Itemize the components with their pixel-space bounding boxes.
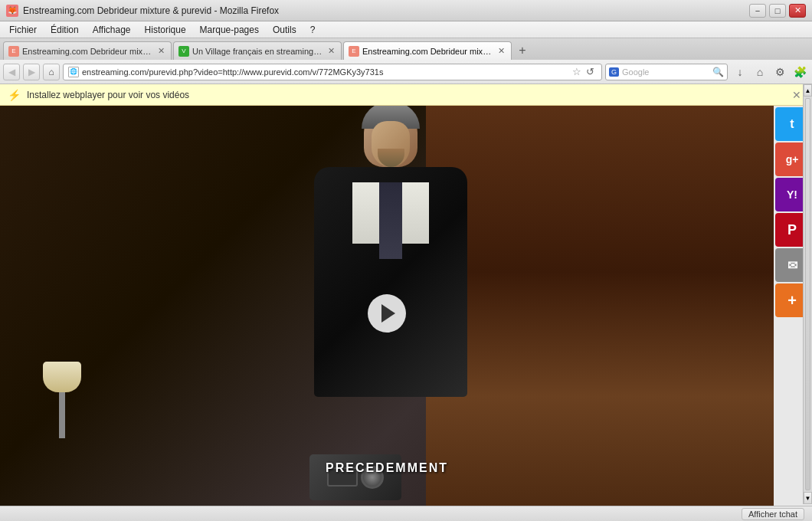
menu-fichier[interactable]: Fichier <box>3 23 43 37</box>
tab-favicon-0: E <box>8 46 19 57</box>
firefox-icon: 🦊 <box>6 5 18 17</box>
chat-button[interactable]: Afficher tchat <box>742 508 804 520</box>
notification-text: Installez webplayer pour voir vos vidéos <box>27 90 189 100</box>
tab-favicon-2: E <box>349 46 359 57</box>
tab-bar: E Enstreaming.com Debrideur mixture ... … <box>0 38 812 60</box>
settings-icon[interactable]: ⚙ <box>771 63 789 81</box>
menu-marquepages[interactable]: Marque-pages <box>194 23 265 37</box>
extension-icon[interactable]: 🧩 <box>791 63 809 81</box>
lamp-base <box>59 392 65 438</box>
scrollbar[interactable]: ▲ ▼ <box>803 84 812 504</box>
notification-icon: ⚡ <box>8 89 21 101</box>
googleplus-icon: g+ <box>786 153 799 165</box>
download-icon[interactable]: ↓ <box>731 63 749 81</box>
add-icon: + <box>787 292 797 310</box>
lamp-shade <box>43 362 81 392</box>
notification-bar: ⚡ Installez webplayer pour voir vos vidé… <box>0 84 812 106</box>
mail-icon: ✉ <box>787 258 797 273</box>
site-favicon: 🌐 <box>68 67 79 77</box>
content-area: PRECEDEMMENT ▶ 00:03 46:55 🔊 <box>0 106 774 521</box>
play-button[interactable] <box>368 294 406 333</box>
person-face <box>372 121 410 167</box>
address-bar: ◀ ▶ ⌂ 🌐 enstreaming.com/purevid.php?vide… <box>0 60 812 84</box>
menu-outils[interactable]: Outils <box>267 23 303 37</box>
tab-label-2: Enstreaming.com Debrideur mixture ... <box>362 47 493 56</box>
search-input[interactable]: Google <box>622 67 709 77</box>
video-still: PRECEDEMMENT <box>0 106 774 521</box>
forward-button[interactable]: ▶ <box>23 64 40 80</box>
search-bar[interactable]: G Google 🔍 <box>605 64 728 80</box>
play-triangle-icon <box>381 304 395 323</box>
minimize-button[interactable]: − <box>749 4 766 18</box>
scroll-thumb[interactable] <box>805 98 810 490</box>
bookmark-star-icon[interactable]: ☆ <box>572 66 581 77</box>
maximize-button[interactable]: □ <box>769 4 786 18</box>
yahoo-icon: Y! <box>787 188 797 201</box>
tab-close-1[interactable]: ✕ <box>326 46 336 57</box>
search-go-button[interactable]: 🔍 <box>712 67 724 77</box>
pinterest-icon: P <box>787 222 797 238</box>
menu-help[interactable]: ? <box>304 23 322 37</box>
toolbar-icons: ↓ ⌂ ⚙ 🧩 <box>731 63 809 81</box>
title-bar: 🦊 Enstreaming.com Debrideur mixture & pu… <box>0 0 812 21</box>
home-button[interactable]: ⌂ <box>43 64 60 80</box>
home-icon[interactable]: ⌂ <box>751 63 769 81</box>
back-button[interactable]: ◀ <box>3 64 20 80</box>
window-controls[interactable]: − □ ✕ <box>749 4 806 18</box>
video-frame[interactable]: PRECEDEMMENT ▶ 00:03 46:55 🔊 <box>0 106 774 521</box>
tab-close-0[interactable]: ✕ <box>156 46 166 57</box>
person-body <box>314 167 467 397</box>
lamp-decoration <box>39 362 85 438</box>
scroll-up-button[interactable]: ▲ <box>804 84 812 97</box>
tab-favicon-1: V <box>178 46 189 57</box>
tab-label-1: Un Village français en streaming - Dp... <box>192 47 323 56</box>
close-button[interactable]: ✕ <box>789 4 806 18</box>
title-bar-left: 🦊 Enstreaming.com Debrideur mixture & pu… <box>6 5 279 17</box>
url-text: enstreaming.com/purevid.php?video=http:/… <box>82 67 571 77</box>
google-icon: G <box>609 67 619 77</box>
tab-0[interactable]: E Enstreaming.com Debrideur mixture ... … <box>3 41 172 60</box>
tab-2[interactable]: E Enstreaming.com Debrideur mixture ... … <box>343 41 512 60</box>
bottom-bar: Afficher tchat <box>0 506 812 521</box>
person-head <box>364 106 417 167</box>
twitter-icon: t <box>790 117 794 131</box>
tab-label-0: Enstreaming.com Debrideur mixture ... <box>22 47 152 56</box>
tab-close-2[interactable]: ✕ <box>496 46 506 57</box>
refresh-button[interactable]: ↺ <box>583 65 597 79</box>
scroll-down-button[interactable]: ▼ <box>804 492 812 504</box>
person-tie <box>379 182 402 259</box>
browser-body: PRECEDEMMENT ▶ 00:03 46:55 🔊 <box>0 106 812 521</box>
window-title: Enstreaming.com Debrideur mixture & pure… <box>23 5 279 16</box>
notification-close-button[interactable]: ✕ <box>789 89 804 101</box>
url-bar[interactable]: 🌐 enstreaming.com/purevid.php?video=http… <box>63 64 602 80</box>
new-tab-button[interactable]: + <box>513 41 532 60</box>
menu-affichage[interactable]: Affichage <box>87 23 137 37</box>
tab-1[interactable]: V Un Village français en streaming - Dp.… <box>173 41 342 60</box>
social-sidebar: t g+ Y! P ✉ + ▲ ▼ <box>774 106 812 521</box>
video-subtitle: PRECEDEMMENT <box>326 461 448 475</box>
menu-bar: Fichier Édition Affichage Historique Mar… <box>0 21 812 38</box>
menu-edition[interactable]: Édition <box>44 23 85 37</box>
menu-historique[interactable]: Historique <box>139 23 192 37</box>
